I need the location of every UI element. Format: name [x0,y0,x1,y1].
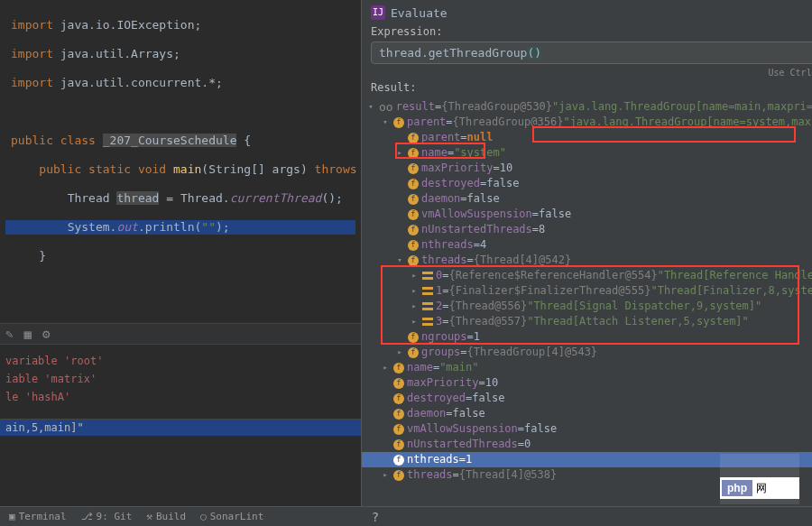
evaluate-dialog: IJ Evaluate Expression: thread.getThread… [361,0,812,526]
sonar-tab[interactable]: ◯SonarLint [200,511,263,522]
php-logo: php 网 [720,477,799,499]
warning-item[interactable]: le 'hashA' [5,388,355,406]
tree-node-name-main[interactable]: ▸fname = "main" [362,360,812,375]
tree-node[interactable]: fdestroyed = false [362,391,812,406]
grid-icon[interactable]: ▦ [23,327,31,341]
tree-node-thread-3[interactable]: ▸3 = {Thread@557} "Thread[Attach Listene… [362,314,812,329]
expression-input[interactable]: thread.getThreadGroup() [371,42,812,64]
tree-node[interactable]: fvmAllowSuspension = false [362,421,812,437]
class-name: _207_CourseSchedule [103,134,237,147]
tree-node-threads[interactable]: ▾fthreads = {Thread[4]@542} [362,253,812,268]
warning-item[interactable]: iable 'matrix' [5,370,355,388]
tree-node-result[interactable]: ▾ooresult = {ThreadGroup@530} "java.lang… [362,99,812,115]
editor-gutter-toolbar[interactable]: ✎ ▦ ⚙ [0,323,361,345]
help-icon[interactable]: ? [366,510,384,524]
gear-icon[interactable]: ⚙ [42,327,50,341]
app-icon: IJ [371,5,385,20]
sonar-icon: ◯ [200,511,207,522]
tree-node-thread-0[interactable]: ▸0 = {Reference$ReferenceHandler@554} "T… [362,268,812,283]
dialog-title: IJ Evaluate [362,0,812,25]
search-result[interactable]: ain,5,main]" [0,419,361,436]
hammer-icon: ⚒ [146,511,152,522]
tree-node[interactable]: fnthreads = 4 [362,237,812,253]
tree-node-groups[interactable]: ▸fgroups = {ThreadGroup[4]@543} [362,345,812,360]
tree-node-parent-null[interactable]: fparent = null [362,130,812,145]
tree-node[interactable]: fngroups = 1 [362,329,812,345]
status-bar: ▣Terminal ⎇9: Git ⚒Build ◯SonarLint [0,506,812,526]
branch-icon: ⎇ [81,511,93,522]
pin-icon[interactable]: ✎ [5,327,13,341]
tree-node[interactable]: fdestroyed = false [362,176,812,191]
code-editor-panel: import java.io.IOException; import java.… [0,0,361,526]
tree-node-name[interactable]: ▸fname = "system" [362,145,812,161]
tree-node[interactable]: fdaemon = false [362,191,812,207]
terminal-icon: ▣ [9,511,15,522]
expression-label: Expression: [362,25,812,38]
build-tab[interactable]: ⚒Build [146,511,186,522]
tree-node-parent[interactable]: ▾fparent = {ThreadGroup@356} "java.lang.… [362,115,812,130]
tree-node[interactable]: fmaxPriority = 10 [362,161,812,176]
tree-node-thread-1[interactable]: ▸1 = {Finalizer$FinalizerThread@555} "Th… [362,283,812,299]
tree-node[interactable]: fnUnstartedThreads = 0 [362,437,812,452]
terminal-tab[interactable]: ▣Terminal [9,511,67,522]
kw-import: import [11,18,53,32]
tree-node[interactable]: fvmAllowSuspension = false [362,207,812,222]
warning-item[interactable]: variable 'root' [5,352,355,370]
shortcut-hint: Use Ctrl+Shift+Enter to [362,68,812,81]
tree-node[interactable]: fmaxPriority = 10 [362,375,812,391]
tree-node[interactable]: fdaemon = false [362,406,812,421]
code-area[interactable]: import java.io.IOException; import java.… [0,0,361,296]
tree-node[interactable]: fnUnstartedThreads = 8 [362,222,812,237]
inspection-panel: variable 'root' iable 'matrix' le 'hashA… [0,345,361,413]
tree-node-thread-2[interactable]: ▸2 = {Thread@556} "Thread[Signal Dispatc… [362,299,812,314]
git-tab[interactable]: ⎇9: Git [81,511,133,522]
current-execution-line[interactable]: System.out.println(""); [5,220,355,235]
result-label: Result: [362,81,812,97]
